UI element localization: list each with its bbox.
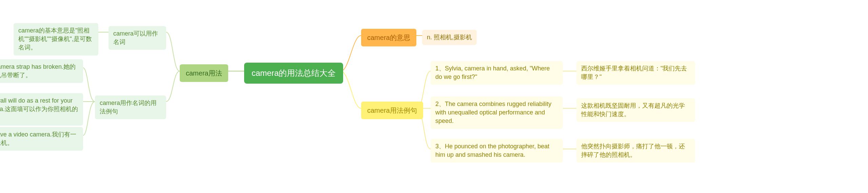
node-ex1-zh[interactable]: 西尔维娅手里拿着相机问道："我们先去哪里？" (576, 61, 695, 85)
branch-meaning[interactable]: camera的意思 (361, 29, 416, 46)
node-ex1-zh-text: 西尔维娅手里拿着相机问道："我们先去哪里？" (581, 64, 690, 81)
node-meaning-desc[interactable]: n. 照相机,摄影机 (422, 30, 477, 45)
node-example-2[interactable]: This wall will do as a rest for your cam… (0, 93, 83, 126)
node-ex3-zh[interactable]: 他突然扑向摄影师，痛打了他一顿，还摔碎了他的照相机。 (576, 139, 695, 163)
node-ex2-en[interactable]: 2、The camera combines rugged reliability… (431, 96, 563, 129)
node-example-branch-label: camera用作名词的用法例句 (100, 99, 161, 116)
node-example-1-text: Her camera strap has broken.她的照相机吊带断了。 (0, 63, 78, 80)
node-ex2-zh[interactable]: 这款相机既坚固耐用，又有超凡的光学性能和快门速度。 (576, 98, 695, 122)
node-example-3-text: We have a video camera.我们有一架摄像机。 (0, 130, 78, 147)
node-ex2-zh-text: 这款相机既坚固耐用，又有超凡的光学性能和快门速度。 (581, 102, 690, 119)
node-ex2-en-text: 2、The camera combines rugged reliability… (435, 100, 558, 126)
node-noun-label: camera可以用作名词 (113, 29, 161, 46)
node-example-branch[interactable]: camera用作名词的用法例句 (95, 95, 166, 119)
branch-usage[interactable]: camera用法 (180, 64, 228, 82)
node-meaning-desc-text: n. 照相机,摄影机 (427, 33, 472, 42)
node-ex3-zh-text: 他突然扑向摄影师，痛打了他一顿，还摔碎了他的照相机。 (581, 142, 690, 159)
root-node[interactable]: camera的用法总结大全 (244, 63, 343, 84)
node-noun[interactable]: camera可以用作名词 (108, 26, 166, 50)
node-ex3-en-text: 3、He pounced on the photographer, beat h… (435, 142, 558, 159)
branch-examples[interactable]: camera用法例句 (361, 102, 423, 119)
root-title: camera的用法总结大全 (252, 67, 336, 79)
node-ex1-en[interactable]: 1、Sylvia, camera in hand, asked, "Where … (431, 61, 563, 85)
node-example-2-text: This wall will do as a rest for your cam… (0, 96, 78, 122)
branch-meaning-label: camera的意思 (367, 33, 410, 42)
mindmap-canvas: camera的用法总结大全 camera用法 camera可以用作名词 came… (0, 0, 868, 193)
branch-usage-label: camera用法 (186, 68, 222, 78)
branch-examples-label: camera用法例句 (367, 106, 417, 115)
node-noun-desc-text: camera的基本意思是"照相机""摄影机""摄像机",是可数名词。 (18, 26, 94, 52)
node-example-1[interactable]: Her camera strap has broken.她的照相机吊带断了。 (0, 59, 83, 83)
node-ex1-en-text: 1、Sylvia, camera in hand, asked, "Where … (435, 64, 558, 81)
node-example-3[interactable]: We have a video camera.我们有一架摄像机。 (0, 127, 83, 151)
node-ex3-en[interactable]: 3、He pounced on the photographer, beat h… (431, 139, 563, 163)
node-noun-desc[interactable]: camera的基本意思是"照相机""摄影机""摄像机",是可数名词。 (14, 23, 98, 56)
